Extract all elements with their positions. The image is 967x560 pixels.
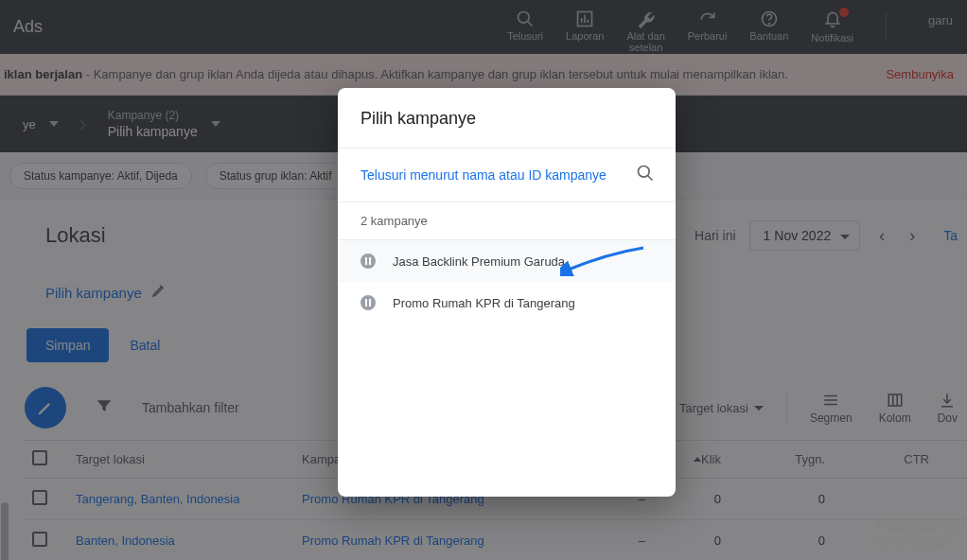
dialog-title: Pilih kampanye xyxy=(338,88,676,148)
dialog-count: 2 kampanye xyxy=(338,202,676,239)
pause-icon xyxy=(360,295,376,310)
dialog-campaign-item[interactable]: Promo Rumah KPR di Tangerang xyxy=(338,282,676,324)
dialog-search-row[interactable]: Telusuri menurut nama atau ID kampanye xyxy=(338,149,676,201)
dialog-campaign-item[interactable]: Jasa Backlink Premium Garuda xyxy=(338,240,676,282)
dialog-campaign-list: Jasa Backlink Premium Garuda Promo Rumah… xyxy=(338,240,676,497)
dialog-item-label: Promo Rumah KPR di Tangerang xyxy=(393,296,575,310)
dialog-search-placeholder: Telusuri menurut nama atau ID kampanye xyxy=(360,167,607,183)
svg-line-15 xyxy=(648,176,653,181)
select-campaign-dialog: Pilih kampanye Telusuri menurut nama ata… xyxy=(338,88,676,497)
svg-point-14 xyxy=(639,166,650,178)
search-icon xyxy=(636,164,655,186)
pause-icon xyxy=(360,254,376,269)
dialog-item-label: Jasa Backlink Premium Garuda xyxy=(393,254,565,269)
